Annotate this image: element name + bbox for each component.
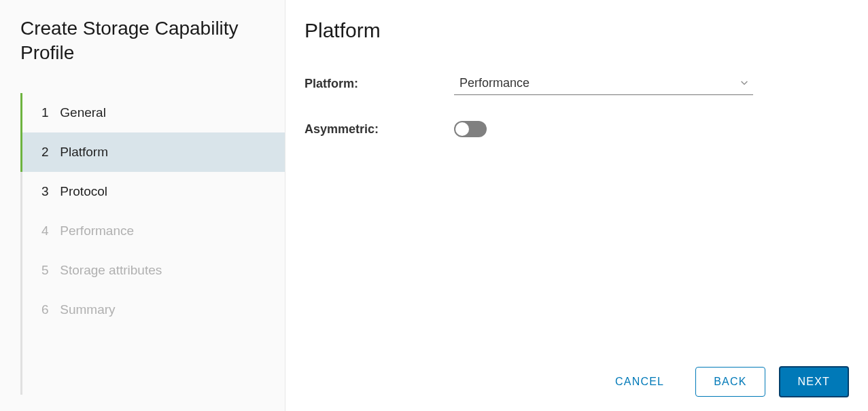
step-number: 2 <box>41 145 56 160</box>
step-performance: 4 Performance <box>22 211 285 251</box>
cancel-button[interactable]: CANCEL <box>597 368 682 396</box>
next-button[interactable]: NEXT <box>779 366 849 397</box>
asymmetric-label: Asymmetric: <box>305 122 454 137</box>
platform-select-value: Performance <box>459 76 530 90</box>
platform-row: Platform: Performance <box>305 72 849 95</box>
step-general[interactable]: 1 General <box>22 93 285 132</box>
step-label: General <box>60 105 106 120</box>
wizard-step-list: 1 General 2 Platform 3 Protocol 4 Perfor… <box>20 93 285 395</box>
step-label: Storage attributes <box>60 263 162 277</box>
asymmetric-toggle[interactable] <box>454 121 487 137</box>
step-number: 6 <box>41 302 56 317</box>
step-number: 4 <box>41 224 56 238</box>
wizard-footer: CANCEL BACK NEXT <box>305 366 849 397</box>
chevron-down-icon <box>740 76 749 90</box>
page-title: Platform <box>305 19 849 42</box>
wizard-content: Platform Platform: Performance Asymmetri… <box>285 0 868 411</box>
step-number: 1 <box>41 105 56 120</box>
platform-select[interactable]: Performance <box>454 72 753 95</box>
asymmetric-row: Asymmetric: <box>305 121 849 137</box>
step-summary: 6 Summary <box>22 290 285 329</box>
step-label: Protocol <box>60 184 107 198</box>
step-protocol[interactable]: 3 Protocol <box>22 172 285 211</box>
step-platform[interactable]: 2 Platform <box>22 132 285 172</box>
wizard-title: Create Storage Capability Profile <box>20 16 285 66</box>
step-label: Performance <box>60 224 134 238</box>
step-number: 3 <box>41 184 56 199</box>
step-label: Platform <box>60 145 108 159</box>
step-label: Summary <box>60 302 115 317</box>
back-button[interactable]: BACK <box>695 367 765 397</box>
platform-label: Platform: <box>305 77 454 91</box>
step-number: 5 <box>41 263 56 278</box>
wizard-sidebar: Create Storage Capability Profile 1 Gene… <box>0 0 285 411</box>
step-storage-attributes: 5 Storage attributes <box>22 251 285 290</box>
toggle-knob <box>455 122 469 136</box>
